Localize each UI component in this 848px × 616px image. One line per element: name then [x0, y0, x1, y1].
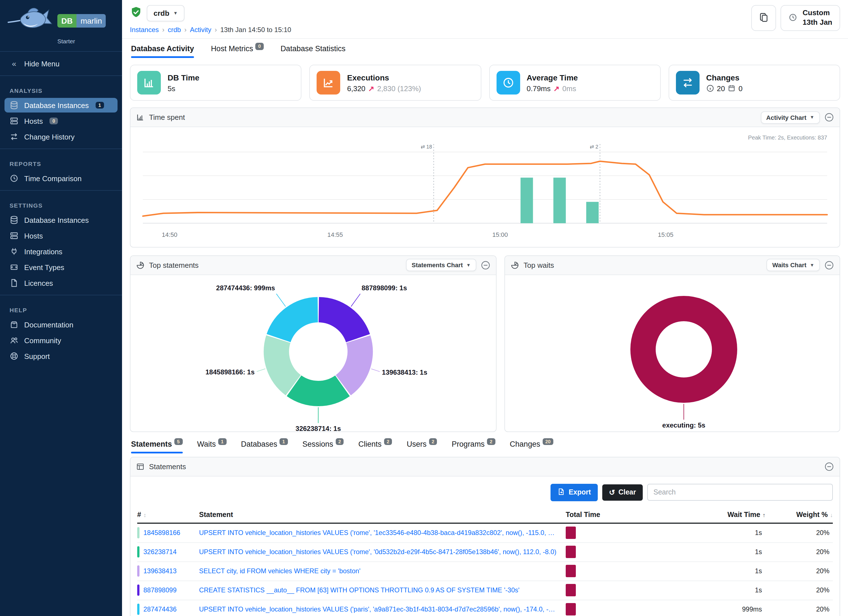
divider	[0, 51, 122, 52]
statement-link[interactable]: CREATE STATISTICS __auto__ FROM [63] WIT…	[199, 586, 566, 594]
divider	[0, 148, 122, 149]
clear-button[interactable]: ↺ Clear	[602, 484, 643, 501]
sidebar-item-label: Hosts	[24, 232, 43, 240]
sidebar-item-hosts[interactable]: Hosts0	[4, 114, 117, 128]
table-header-row: #↕StatementTotal TimeWait Time↑Weight %↓	[137, 508, 833, 524]
time-range-mode: Custom	[803, 9, 833, 18]
total-time-bar	[566, 546, 576, 558]
count-badge: 2	[487, 438, 495, 445]
count-badge: 2	[384, 438, 392, 445]
tab-label: Changes	[510, 440, 540, 448]
svg-text:14:55: 14:55	[327, 231, 343, 238]
sidebar-item-community[interactable]: Community	[4, 333, 117, 348]
detail-tab-waits[interactable]: Waits1	[197, 440, 226, 453]
statement-id-link[interactable]: 326238714	[137, 546, 199, 558]
tab-database-statistics[interactable]: Database Statistics	[280, 45, 345, 58]
export-button[interactable]: Export	[550, 484, 597, 501]
collapse-panel-icon[interactable]	[824, 113, 834, 122]
column-header-[interactable]: #↕	[137, 511, 199, 519]
total-time-cell	[566, 584, 645, 597]
column-label: Total Time	[566, 511, 600, 519]
statement-link[interactable]: UPSERT INTO vehicle_location_histories V…	[199, 529, 566, 537]
breadcrumb-crdb[interactable]: crdb	[168, 26, 181, 34]
sidebar-item-change-history[interactable]: Change History	[4, 129, 117, 144]
activity-chart-dropdown[interactable]: Activity Chart ▼	[761, 111, 820, 123]
sidebar-item-event-types[interactable]: Event Types	[4, 260, 117, 275]
detail-tab-clients[interactable]: Clients2	[359, 440, 392, 453]
statement-id-link[interactable]: 887898099	[137, 585, 199, 596]
info-icon[interactable]	[706, 85, 714, 92]
detail-tab-statements[interactable]: Statements5	[131, 440, 182, 453]
brand-marlin: marlin	[77, 14, 106, 28]
statement-id-link[interactable]: 287474436	[137, 604, 199, 615]
statement-id: 1845898166	[144, 529, 180, 537]
statement-link[interactable]: UPSERT INTO vehicle_location_histories V…	[199, 606, 566, 613]
detail-tab-programs[interactable]: Programs2	[452, 440, 495, 453]
kpi-card-db-time: DB Time5s	[130, 65, 302, 101]
copy-link-button[interactable]	[752, 5, 776, 31]
sidebar-item-label: Community	[24, 336, 61, 344]
sidebar-item-support[interactable]: Support	[4, 349, 117, 364]
breadcrumb-separator: ›	[162, 26, 165, 34]
brand-logo[interactable]: DB marlin Starter	[0, 0, 122, 47]
count-badge: 0	[49, 117, 58, 125]
column-header-total-time[interactable]: Total Time	[566, 511, 645, 519]
statements-chart-dropdown[interactable]: Statements Chart ▼	[406, 259, 476, 272]
statement-link[interactable]: SELECT city, id FROM vehicles WHERE city…	[199, 567, 566, 575]
sidebar-item-database-instances[interactable]: Database Instances	[4, 213, 117, 227]
detail-tab-sessions[interactable]: Sessions2	[302, 440, 344, 453]
sidebar-item-label: Database Instances	[24, 101, 89, 110]
collapse-panel-icon[interactable]	[481, 260, 490, 270]
breadcrumb-activity[interactable]: Activity	[190, 26, 211, 34]
count-badge: 0	[255, 43, 264, 50]
collapse-panel-icon[interactable]	[824, 260, 834, 270]
detail-tab-users[interactable]: Users2	[407, 440, 437, 453]
marlin-fish-icon	[7, 6, 55, 36]
sidebar-item-licences[interactable]: Licences	[4, 276, 117, 290]
sidebar-item-time-comparison[interactable]: Time Comparison	[4, 171, 117, 186]
export-icon	[557, 488, 565, 497]
column-header-wait-time[interactable]: Wait Time↑	[645, 511, 765, 519]
instance-selector[interactable]: crdb ▼	[147, 5, 184, 21]
time-spent-chart[interactable]: ⇄ 18⇄ 2Peak Time: 2s, Executions: 83714:…	[130, 127, 839, 247]
tab-label: Programs	[452, 440, 485, 448]
kpi-delta: 0ms	[562, 84, 576, 92]
statement-id-link[interactable]: 1845898166	[137, 527, 199, 539]
line-chart-icon	[317, 71, 341, 95]
tab-host-metrics[interactable]: Host Metrics0	[211, 45, 264, 58]
tab-database-activity[interactable]: Database Activity	[131, 45, 194, 58]
top-statements-chart[interactable]: 887898099: 1s139638413: 1s326238714: 1s1…	[130, 275, 496, 432]
sidebar-item-integrations[interactable]: Integrations	[4, 244, 117, 259]
chevrons-left-icon: «	[10, 59, 19, 68]
detail-tab-changes[interactable]: Changes20	[510, 440, 553, 453]
plug-icon	[10, 247, 19, 256]
statements-header: Statements	[130, 457, 839, 476]
statement-id-link[interactable]: 139638413	[137, 566, 199, 577]
sidebar-item-documentation[interactable]: Documentation	[4, 317, 117, 332]
kpi-value: 0.79ms	[526, 84, 550, 92]
detail-tab-databases[interactable]: Databases1	[241, 440, 288, 453]
breadcrumb-instances[interactable]: Instances	[130, 26, 159, 34]
wait-time-value: 1s	[645, 586, 765, 594]
kpi-title: Changes	[706, 73, 743, 82]
sidebar-item-database-instances[interactable]: Database Instances1	[4, 98, 117, 113]
collapse-panel-icon[interactable]	[824, 462, 834, 471]
copy-icon	[758, 12, 769, 24]
top-statements-panel: Top statements Statements Chart ▼ 887898…	[130, 255, 497, 432]
waits-chart-dropdown[interactable]: Waits Chart ▼	[767, 259, 820, 272]
hide-menu-button[interactable]: « Hide Menu	[4, 56, 117, 71]
sidebar-item-label: Event Types	[24, 263, 64, 272]
column-header-weight[interactable]: Weight %↓	[765, 511, 833, 519]
count-badge: 2	[429, 438, 437, 445]
top-waits-chart[interactable]: executing: 5s	[505, 275, 839, 432]
column-header-statement[interactable]: Statement	[199, 511, 566, 519]
sidebar-item-hosts[interactable]: Hosts	[4, 229, 117, 243]
search-input[interactable]	[647, 484, 833, 501]
calendar-icon[interactable]	[728, 85, 735, 92]
time-range-button[interactable]: Custom 13th Jan	[781, 5, 841, 31]
total-time-bar	[566, 584, 576, 597]
table-icon	[136, 462, 145, 471]
statement-link[interactable]: UPSERT INTO vehicle_location_histories V…	[199, 548, 566, 556]
sidebar-item-label: Hosts	[24, 117, 43, 125]
pie-chart-icon	[136, 261, 145, 269]
